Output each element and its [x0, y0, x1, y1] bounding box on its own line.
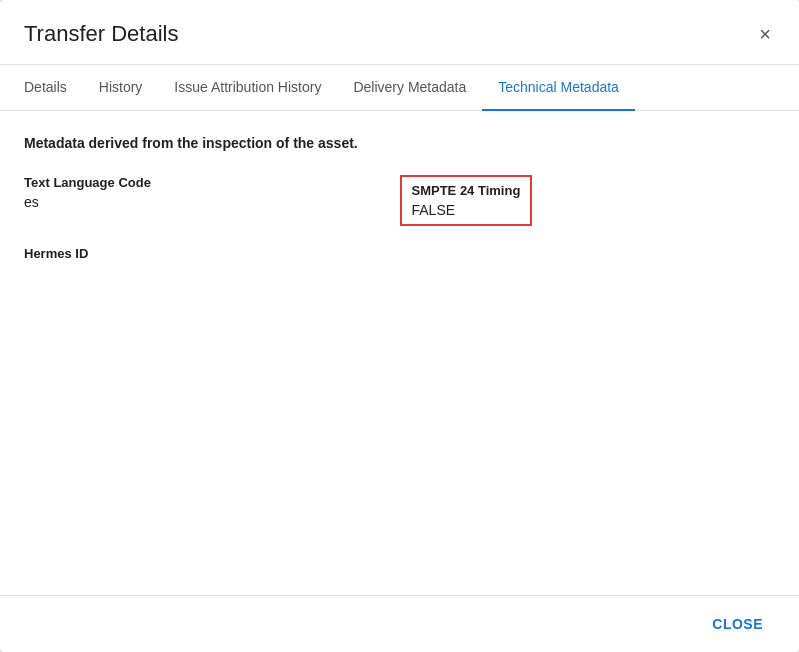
hermes-id-label: Hermes ID [24, 246, 400, 261]
tab-delivery-metadata[interactable]: Delivery Metadata [337, 65, 482, 111]
metadata-grid: Text Language Code es SMPTE 24 Timing FA… [24, 175, 775, 285]
text-language-code-item: Text Language Code es [24, 175, 400, 226]
text-language-code-label: Text Language Code [24, 175, 400, 190]
text-language-code-value: es [24, 194, 400, 210]
dialog-content: Metadata derived from the inspection of … [0, 111, 799, 595]
smpte-item: SMPTE 24 Timing FALSE [400, 175, 776, 226]
tab-technical-metadata[interactable]: Technical Metadata [482, 65, 635, 111]
tabs-container: Details History Issue Attribution Histor… [0, 65, 799, 111]
section-description: Metadata derived from the inspection of … [24, 135, 775, 151]
smpte-value: FALSE [412, 202, 521, 218]
dialog: Transfer Details × Details History Issue… [0, 0, 799, 652]
smpte-label: SMPTE 24 Timing [412, 183, 521, 198]
dialog-close-icon-button[interactable]: × [755, 20, 775, 48]
smpte-box: SMPTE 24 Timing FALSE [400, 175, 533, 226]
dialog-footer: CLOSE [0, 595, 799, 652]
dialog-header: Transfer Details × [0, 0, 799, 65]
dialog-title: Transfer Details [24, 21, 178, 47]
tab-details[interactable]: Details [24, 65, 83, 111]
tab-history[interactable]: History [83, 65, 159, 111]
tab-issue-attribution-history[interactable]: Issue Attribution History [158, 65, 337, 111]
hermes-id-item: Hermes ID [24, 246, 400, 265]
close-button[interactable]: CLOSE [700, 608, 775, 640]
